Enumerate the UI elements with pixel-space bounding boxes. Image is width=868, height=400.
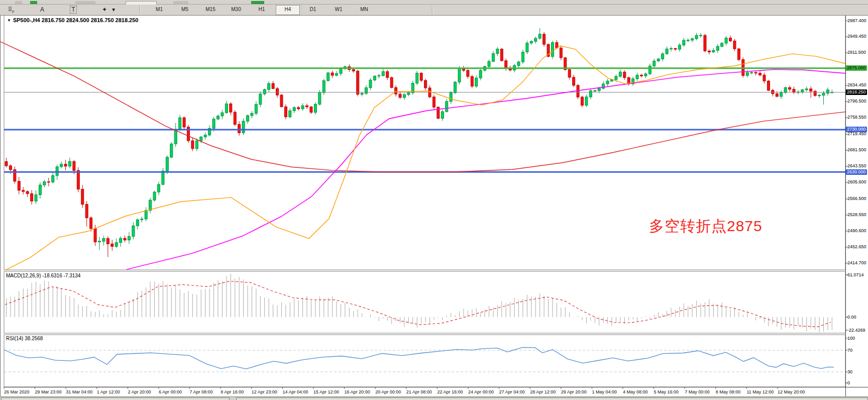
time-axis-label: 22 Apr 16:00 <box>437 389 463 394</box>
symbol-ohlc-text: SP500-,H4 2816.750 2824.500 2816.750 281… <box>13 17 139 23</box>
rsi-axis-label: 70 <box>847 348 852 353</box>
time-axis-label: 24 Apr 00:00 <box>468 389 494 394</box>
time-axis-label: 31 Mar 04:00 <box>66 389 92 394</box>
rsi-axis-label: 100 <box>847 336 855 341</box>
tool-text-label-button[interactable]: A <box>36 5 48 14</box>
price-level-label: 2630.000 <box>846 169 867 175</box>
price-axis-label: 2528.550 <box>847 212 866 218</box>
timeframe-button-D1[interactable]: D1 <box>301 5 324 14</box>
time-axis-label: 29 Mar 23:00 <box>35 389 62 394</box>
timeframe-button-H1[interactable]: H1 <box>250 5 273 14</box>
time-axis-label: 16 Apr 20:00 <box>345 389 370 394</box>
time-axis-label: 1 Apr 12:00 <box>97 389 120 394</box>
time-axis-label: 14 Apr 04:00 <box>282 389 308 394</box>
price-axis-label: 2605.600 <box>847 179 866 185</box>
crosshair-grid-icon: ⠿F <box>8 6 14 13</box>
toolbar-separator <box>140 6 140 14</box>
time-axis-label: 20 Apr 00:00 <box>375 389 401 394</box>
price-axis-label: 2414.700 <box>847 260 866 266</box>
timeframe-button-M5[interactable]: M5 <box>173 5 196 14</box>
chart-canvas <box>0 0 868 400</box>
macd-axis-label: 61.0714 <box>847 272 864 278</box>
price-axis-label: 2949.450 <box>847 34 866 39</box>
time-axis-label: 7 May 00:00 <box>685 389 710 394</box>
tool-text-box-button[interactable]: T <box>67 5 79 14</box>
dropdown-caret-icon[interactable]: ▾ <box>111 5 117 14</box>
time-axis-label: 29 Apr 20:00 <box>561 389 587 394</box>
macd-axis-label: -22.4269 <box>847 328 865 333</box>
time-axis-label: 11 May 12:00 <box>746 389 774 394</box>
chart-text-annotation[interactable]: 多空转折点2875 <box>649 216 763 237</box>
price-axis-label: 2643.550 <box>847 163 866 169</box>
timeframe-button-H4[interactable]: H4 <box>276 5 300 15</box>
timeframe-button-W1[interactable]: W1 <box>327 5 350 14</box>
price-axis-label: 2834.450 <box>847 82 866 88</box>
arrow-objects-icon: ✦ <box>102 6 107 13</box>
price-axis-label: 2566.500 <box>847 196 866 202</box>
time-axis-label: 12 May 20:00 <box>778 389 805 394</box>
time-axis-label: 8 May 08:00 <box>716 389 741 394</box>
price-axis-label: 2452.650 <box>847 244 866 250</box>
mt4-window: { "toolbar": { "tools": [ {"name": "cros… <box>0 0 868 400</box>
toolbar-separator <box>432 6 432 14</box>
price-axis-label: 2911.500 <box>847 50 866 55</box>
rsi-axis-label: 30 <box>847 369 852 375</box>
symbol-header: ▼SP500-,H4 2816.750 2824.500 2816.750 28… <box>7 17 138 23</box>
tool-crosshair-grid-button[interactable]: ⠿F <box>5 5 17 14</box>
time-axis-label: 7 Apr 08:00 <box>190 389 213 394</box>
text-box-icon: T <box>70 6 76 14</box>
text-label-icon: A <box>40 6 44 13</box>
time-axis-label: 15 Apr 12:00 <box>313 389 339 394</box>
timeframe-button-MN[interactable]: MN <box>353 5 376 14</box>
timeframe-button-M1[interactable]: M1 <box>148 5 171 14</box>
time-axis-label: 2 Apr 20:00 <box>128 389 151 394</box>
time-axis-label: 5 May 16:00 <box>654 389 679 394</box>
time-axis-label: 26 Mar 2020 <box>4 389 30 394</box>
time-axis-label: 28 Apr 12:00 <box>530 389 556 394</box>
time-axis-label: 6 Apr 00:00 <box>159 389 182 394</box>
price-axis-label: 2796.500 <box>847 98 866 104</box>
chart-tab[interactable] <box>1 397 230 400</box>
price-axis-label: 2490.600 <box>847 228 866 234</box>
time-axis-label: 8 Apr 16:00 <box>221 389 244 394</box>
rsi-indicator-label: RSI(14) 38.2568 <box>6 336 43 341</box>
timeframe-button-M30[interactable]: M30 <box>225 5 248 14</box>
price-axis-label: 2758.550 <box>847 115 866 120</box>
toolbar: ⠿FAT✦▾ M1M5M15M30H1H4D1W1MN <box>0 5 868 16</box>
price-level-label: 2818.250 <box>846 89 867 95</box>
bottom-tabstrip <box>0 397 868 400</box>
macd-indicator-label: MACD(12,26,9) -18.6316 -7.3134 <box>6 273 80 278</box>
price-axis-label: 2681.500 <box>847 147 866 153</box>
tool-arrow-objects-button[interactable]: ✦ <box>98 5 111 14</box>
macd-axis-label: 0.00 <box>847 315 856 320</box>
time-axis-label: 4 May 08:00 <box>623 389 648 394</box>
collapse-triangle-icon[interactable]: ▼ <box>7 18 11 23</box>
price-level-label: 2875.000 <box>846 65 867 71</box>
timeframe-button-M15[interactable]: M15 <box>199 5 222 14</box>
time-axis-label: 27 Apr 04:00 <box>499 389 525 394</box>
rsi-axis-label: 0 <box>847 380 850 386</box>
time-axis-label: 1 May 04:00 <box>592 389 617 394</box>
price-axis-label: 2719.450 <box>847 131 866 137</box>
chart-tab[interactable] <box>236 397 868 400</box>
price-axis-label: 2987.400 <box>847 18 866 24</box>
time-axis-label: 21 Apr 08:00 <box>406 389 432 394</box>
time-axis-label: 12 Apr 23:00 <box>252 389 277 394</box>
